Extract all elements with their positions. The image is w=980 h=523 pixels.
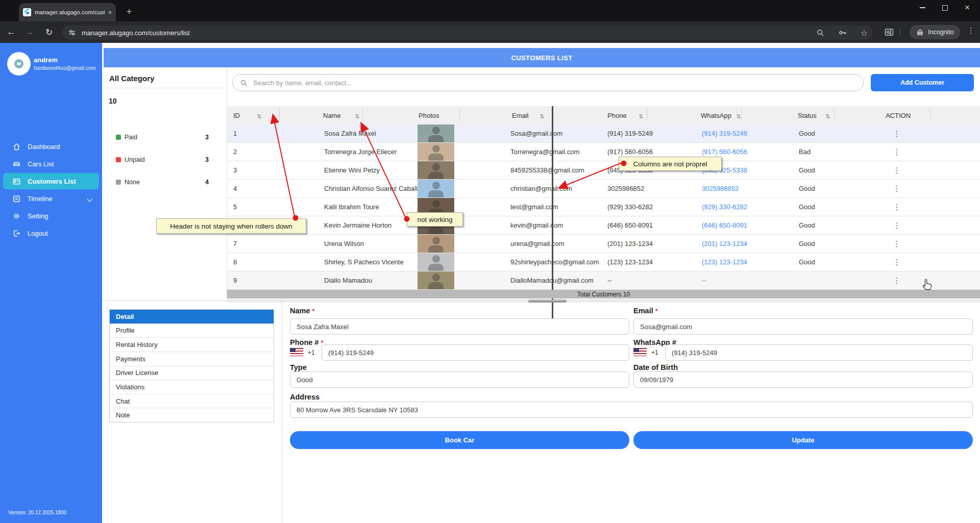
sidebar-item-logout[interactable]: Logout (3, 225, 99, 241)
column-separator[interactable] (459, 109, 460, 121)
sort-icon[interactable]: ⇅ (824, 106, 831, 127)
sidebar-item-timeline[interactable]: Timeline (3, 190, 99, 207)
bookmark-star-icon[interactable]: ☆ (861, 28, 868, 38)
browser-tab[interactable]: manager.alugago.com/custome × (19, 3, 116, 21)
column-separator[interactable] (741, 109, 742, 121)
row-action-menu-icon[interactable]: ⋮ (891, 253, 903, 271)
type-field[interactable] (290, 371, 629, 388)
search-input[interactable] (252, 79, 856, 87)
minimize-icon[interactable] (919, 4, 926, 11)
cell-whatsapp-link[interactable]: (646) 650-8091 (702, 216, 747, 234)
column-separator[interactable] (834, 109, 835, 121)
col-header-status[interactable]: Status (798, 106, 817, 124)
sort-icon[interactable]: ⇅ (354, 106, 360, 127)
site-info-icon[interactable] (67, 28, 77, 37)
dragged-column-divider[interactable] (552, 106, 553, 333)
phone-field[interactable] (322, 344, 629, 361)
sidebar-item-customers-list[interactable]: Customers List (3, 173, 99, 189)
sidebar-item-label: Setting (28, 212, 48, 220)
cell-whatsapp-link[interactable]: 3025986852 (702, 180, 739, 197)
tab-chat[interactable]: Chat (110, 394, 274, 409)
email-label: Email* (633, 307, 658, 315)
table-row[interactable]: 4 Christian Alfonso Suarez Caballero chr… (227, 180, 980, 198)
tab-detail[interactable]: Detail (110, 310, 274, 324)
url-text[interactable]: manager.alugago.com/customers/list (82, 29, 816, 37)
cell-email: test@gmail.com (510, 198, 558, 216)
side-panel-icon[interactable] (884, 27, 894, 37)
col-header-phone[interactable]: Phone (607, 106, 627, 124)
add-customer-button[interactable]: Add Customer (871, 74, 974, 91)
us-flag-icon[interactable] (290, 348, 303, 356)
close-window-icon[interactable]: × (964, 4, 971, 11)
cell-id: 5 (233, 198, 237, 216)
category-item-paid[interactable]: Paid 3 (116, 133, 213, 142)
tab-payments[interactable]: Payments (110, 352, 274, 366)
table-row[interactable]: 7 Urena Wilson urena@gmail.com (201) 123… (227, 235, 980, 253)
sidebar-item-dashboard[interactable]: Dashboard (3, 138, 99, 155)
row-action-menu-icon[interactable]: ⋮ (891, 216, 903, 234)
table-header: ID ⇅ Name ⇅ Photos Email ⇅ Phone ⇅ Whats… (227, 106, 980, 124)
column-separator[interactable] (362, 109, 363, 121)
sort-icon[interactable]: ⇅ (538, 106, 545, 127)
email-field[interactable] (633, 318, 973, 335)
password-key-icon[interactable] (838, 28, 847, 37)
browser-menu-icon[interactable]: ⋮ (966, 26, 976, 35)
forward-icon[interactable]: → (22, 25, 37, 39)
row-action-menu-icon[interactable]: ⋮ (891, 235, 903, 253)
tab-driver-license[interactable]: Driver License (110, 366, 274, 381)
sort-icon[interactable]: ⇅ (256, 106, 262, 127)
reload-icon[interactable]: ↻ (42, 25, 56, 39)
whatsapp-field[interactable] (665, 344, 973, 361)
table-row[interactable]: 5 Kalil Ibrahim Toure test@gmail.com (92… (227, 198, 980, 216)
incognito-icon (916, 28, 924, 37)
table-row[interactable]: 6 Kevin Jermaine Horton kevin@gmail.com … (227, 216, 980, 235)
new-tab-button[interactable]: + (122, 5, 136, 18)
category-item-none[interactable]: None 4 (116, 178, 213, 187)
table-row[interactable]: 2 Torrenegra Jorge Eliecer Torrenegra@gm… (227, 143, 980, 161)
tab-violations[interactable]: Violations (110, 380, 274, 394)
sidebar-item-setting[interactable]: Setting (3, 208, 99, 224)
row-action-menu-icon[interactable]: ⋮ (891, 161, 903, 179)
incognito-label: Incognito (928, 29, 954, 36)
cell-whatsapp-link[interactable]: (929) 330-6282 (702, 198, 747, 216)
sort-icon[interactable]: ⇅ (638, 106, 644, 127)
book-car-button[interactable]: Book Car (290, 431, 629, 449)
column-separator[interactable] (930, 109, 930, 121)
column-separator[interactable] (647, 109, 647, 121)
col-header-name[interactable]: Name (323, 106, 341, 124)
avatar[interactable] (7, 52, 31, 76)
table-row[interactable]: 3 Etienne Wini Petzy 8459255338@gmail.co… (227, 161, 980, 180)
address-bar[interactable]: manager.alugago.com/customers/list ☆ (62, 26, 873, 40)
us-flag-icon[interactable] (633, 348, 647, 356)
row-action-menu-icon[interactable]: ⋮ (891, 198, 903, 216)
col-header-whatsapp[interactable]: WhatsApp (701, 106, 731, 124)
column-separator[interactable] (279, 109, 280, 121)
cell-whatsapp-link[interactable]: (914) 319-5249 (702, 124, 747, 142)
table-row[interactable]: 8 Shirley, S Pacheco Vicente 92shirleypa… (227, 253, 980, 271)
cell-whatsapp-link[interactable]: (123) 123-1234 (702, 253, 747, 271)
tab-close-icon[interactable]: × (108, 9, 112, 16)
row-action-menu-icon[interactable]: ⋮ (891, 180, 903, 197)
table-footer: Total Customers 10 (227, 290, 980, 298)
col-header-id[interactable]: ID (233, 106, 240, 124)
category-item-unpaid[interactable]: Unpaid 3 (116, 155, 213, 164)
row-action-menu-icon[interactable]: ⋮ (891, 271, 903, 289)
col-header-email[interactable]: Email (512, 106, 529, 124)
maximize-icon[interactable] (941, 4, 948, 11)
search-this-page-icon[interactable] (816, 28, 825, 37)
row-action-menu-icon[interactable]: ⋮ (891, 124, 903, 142)
tab-rental-history[interactable]: Rental History (110, 338, 274, 352)
sidebar-item-cars-list[interactable]: Cars List (3, 156, 99, 172)
update-button[interactable]: Update (633, 431, 973, 449)
address-field[interactable] (290, 402, 973, 418)
dob-field[interactable] (633, 371, 973, 388)
cell-whatsapp-link[interactable]: -- (702, 271, 706, 289)
table-row[interactable]: 9 Diallo Mamadou DialloMamadou@gmail.com… (227, 271, 980, 290)
name-field[interactable] (290, 318, 629, 335)
cell-whatsapp-link[interactable]: (201) 123-1234 (702, 235, 747, 253)
table-row[interactable]: 1 Sosa Zafra Maxel Sosa@gmail.com (914) … (227, 124, 980, 143)
tab-note[interactable]: Note (110, 408, 274, 422)
row-action-menu-icon[interactable]: ⋮ (891, 143, 903, 161)
tab-profile[interactable]: Profile (110, 324, 274, 338)
back-icon[interactable]: ← (4, 25, 18, 39)
